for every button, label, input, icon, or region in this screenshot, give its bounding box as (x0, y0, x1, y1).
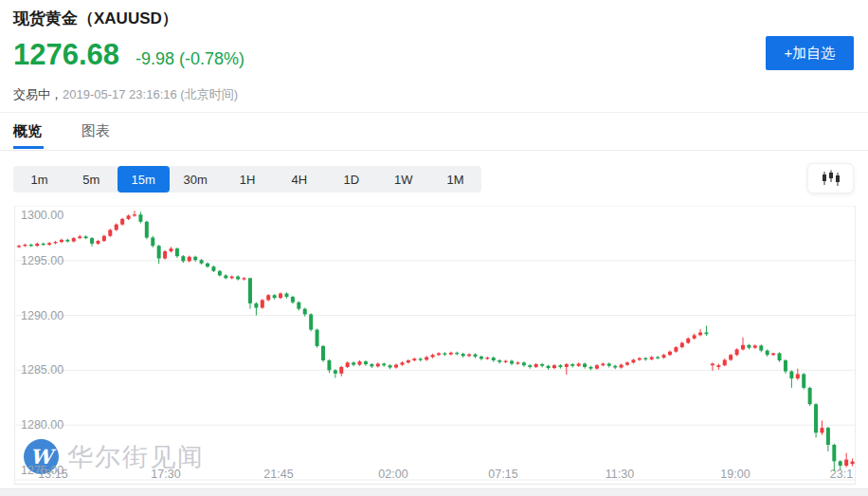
candle-body (206, 264, 209, 266)
candle-body (60, 240, 63, 242)
candle-body (224, 275, 227, 278)
candle-body (449, 353, 453, 355)
candle-body (558, 365, 562, 367)
candle-body (84, 236, 88, 238)
candle-body (844, 460, 848, 466)
candle-body (778, 353, 782, 360)
interval-button-1W[interactable]: 1W (377, 166, 429, 193)
candle-body (230, 277, 234, 279)
candle-body (515, 362, 519, 363)
candle-body (279, 293, 282, 298)
candle-body (631, 359, 635, 362)
candle-body (352, 362, 355, 364)
candle-body (570, 364, 574, 366)
candle-body (747, 345, 750, 348)
price-chart-area[interactable]: W 华尔街见闻 1300.001295.001290.001285.001280… (14, 206, 856, 485)
candle-body (29, 245, 33, 246)
candle-body (789, 372, 793, 379)
interval-button-1D[interactable]: 1D (325, 166, 377, 193)
candle-body (163, 251, 167, 259)
x-axis-label: 07:15 (488, 468, 517, 481)
candle-body (193, 257, 197, 260)
interval-button-4H[interactable]: 4H (273, 166, 325, 193)
candle-body (552, 365, 556, 368)
candle-body (528, 365, 532, 367)
y-axis-label: 1295.00 (21, 254, 63, 267)
x-axis-label: 23:1 (830, 468, 853, 481)
candle-body (589, 367, 593, 369)
y-axis-label: 1285.00 (21, 363, 63, 377)
page-title: 现货黄金（XAUUSD） (13, 8, 178, 29)
candle-body (437, 353, 441, 355)
candle-body (47, 243, 51, 245)
candle-body (389, 365, 392, 367)
y-axis-label: 1300.00 (21, 209, 63, 222)
candle-body (620, 365, 624, 368)
candlestick-chart[interactable]: 1300.001295.001290.001285.001280.001275.… (15, 206, 855, 484)
candle-body (601, 363, 605, 365)
candle-body (339, 367, 343, 374)
chart-type-button[interactable] (807, 163, 854, 193)
candle-body (577, 363, 581, 365)
y-axis-label: 1290.00 (21, 309, 63, 322)
x-axis-label: 21:45 (263, 468, 293, 481)
candle-body (704, 333, 708, 335)
interval-button-1M[interactable]: 1M (429, 166, 481, 193)
candle-body (35, 244, 39, 246)
candle-body (175, 248, 179, 256)
candle-body (443, 353, 446, 354)
candle-body (565, 364, 569, 367)
candle-body (650, 358, 654, 359)
candle-body (138, 214, 142, 222)
candle-body (412, 358, 416, 360)
x-axis-label: 17:30 (151, 468, 180, 481)
candle-body (431, 355, 435, 357)
quote-block: 1276.68 -9.98 (-0.78%) (13, 38, 244, 72)
candle-body (211, 266, 215, 271)
tab-图表[interactable]: 图表 (81, 122, 110, 149)
candle-body (680, 343, 684, 348)
candle-body (607, 363, 611, 365)
candle-body (358, 361, 362, 364)
candle-body (72, 238, 76, 241)
candle-body (479, 357, 483, 358)
candle-body (540, 364, 544, 366)
candle-body (686, 339, 690, 343)
candle-body (266, 295, 270, 300)
candle-body (297, 303, 300, 309)
candle-body (120, 219, 124, 225)
interval-button-1m[interactable]: 1m (13, 166, 65, 193)
candle-body (65, 240, 69, 242)
header-divider (0, 112, 868, 113)
tab-概览[interactable]: 概览 (13, 122, 42, 149)
candle-body (170, 248, 173, 251)
candle-body (54, 242, 58, 243)
interval-button-15m[interactable]: 15m (118, 166, 170, 193)
candle-body (643, 358, 647, 359)
candle-body (735, 349, 739, 355)
candle-body (321, 346, 325, 360)
candle-body (662, 355, 666, 358)
x-axis-label: 02:00 (378, 468, 407, 481)
candle-body (723, 359, 727, 365)
tab-bar: 概览图表 (13, 122, 110, 149)
candle-body (133, 214, 136, 215)
section-divider (0, 488, 868, 496)
candle-body (382, 363, 386, 365)
interval-button-1H[interactable]: 1H (222, 166, 274, 193)
add-watchlist-button[interactable]: +加自选 (766, 36, 854, 70)
candle-body (826, 428, 830, 445)
candle-body (407, 360, 410, 362)
candle-body (188, 257, 191, 262)
candle-body (668, 352, 672, 355)
last-price: 1276.68 (13, 38, 119, 72)
candle-body (254, 303, 258, 308)
x-axis-label: 11:30 (606, 468, 634, 481)
interval-button-5m[interactable]: 5m (65, 166, 118, 193)
candle-body (115, 225, 118, 230)
candle-body (248, 278, 252, 303)
interval-button-30m[interactable]: 30m (170, 166, 222, 193)
candle-body (23, 245, 27, 246)
candle-body (327, 360, 331, 370)
candle-body (485, 358, 489, 358)
